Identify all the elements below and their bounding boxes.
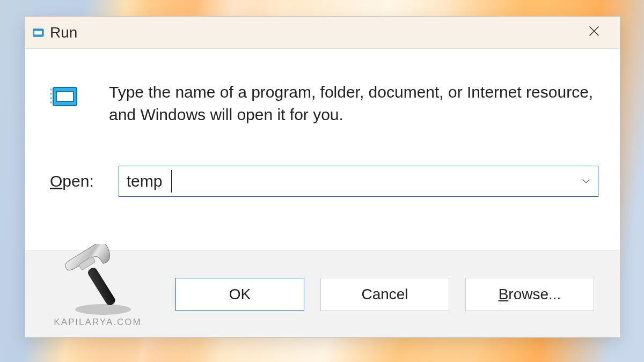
svg-rect-10	[78, 256, 96, 270]
close-button[interactable]	[581, 22, 607, 43]
cancel-button[interactable]: Cancel	[320, 278, 449, 311]
open-input[interactable]	[119, 166, 598, 197]
run-icon	[33, 28, 45, 38]
open-label: Open:	[50, 172, 94, 190]
dialog-body: Type the name of a program, folder, docu…	[25, 49, 620, 202]
svg-rect-3	[56, 92, 74, 101]
titlebar-left: Run	[33, 24, 77, 41]
watermark: KAPILARYA.COM	[52, 244, 143, 328]
dialog-title: Run	[50, 24, 77, 41]
ok-button[interactable]: OK	[175, 278, 304, 311]
run-icon-large	[50, 83, 79, 110]
button-bar: OK Cancel Browse...	[25, 250, 620, 337]
svg-rect-9	[86, 266, 117, 307]
dialog-description: Type the name of a program, folder, docu…	[109, 81, 598, 126]
svg-rect-1	[34, 31, 42, 35]
close-icon	[589, 26, 599, 40]
titlebar[interactable]: Run	[25, 17, 620, 49]
browse-button[interactable]: Browse...	[465, 278, 594, 311]
svg-point-8	[75, 304, 131, 315]
run-dialog: Run	[25, 16, 620, 338]
open-combobox[interactable]	[119, 166, 598, 197]
watermark-label: KAPILARYA.COM	[54, 317, 141, 328]
hammer-icon	[52, 244, 143, 319]
